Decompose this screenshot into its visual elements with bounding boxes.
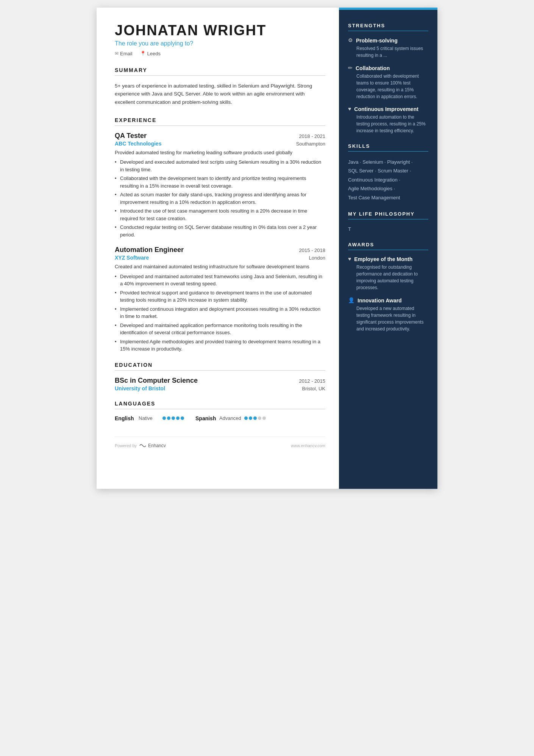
edu-sub: University of Bristol Bristol, UK [115, 385, 325, 391]
bullet-item: Provided technical support and guidance … [115, 289, 325, 304]
job-2-header: Automation Engineer 2015 - 2018 [115, 246, 325, 254]
strength-2: ✏ Collaboration Collaborated with develo… [348, 65, 428, 100]
header-section: JOHNATAN WRIGHT The role you are applyin… [115, 23, 325, 56]
awards-title: AWARDS [348, 242, 428, 247]
summary-section: SUMMARY 5+ years of experience in automa… [115, 67, 325, 106]
job-2-sub: XYZ Software London [115, 255, 325, 261]
strength-2-desc: Collaborated with development teams to e… [348, 73, 428, 100]
enhancv-logo: Enhancv [139, 443, 166, 448]
edu-degree: BSc in Computer Science [115, 377, 198, 385]
footer-url: www.enhancv.com [291, 443, 325, 448]
job-1-bullets: Developed and executed automated test sc… [115, 158, 325, 238]
english-level: Native [139, 415, 159, 421]
dot-5 [262, 416, 266, 420]
job-2-dates: 2015 - 2018 [299, 247, 325, 253]
resume-container: JOHNATAN WRIGHT The role you are applyin… [97, 8, 437, 489]
philosophy-title: MY LIFE PHILOSOPHY [348, 211, 428, 217]
strength-2-header: ✏ Collaboration [348, 65, 428, 71]
edu-location: Bristol, UK [302, 386, 325, 391]
dot-5 [181, 416, 184, 420]
award-1-name: Employee of the Month [354, 256, 412, 262]
awards-divider [348, 250, 428, 250]
education-title: EDUCATION [115, 362, 325, 368]
candidate-role: The role you are applying to? [115, 40, 325, 47]
awards-section: AWARDS ♥ Employee of the Month Recognise… [348, 242, 428, 332]
strengths-section: STRENGTHS ⚙ Problem-solving Resolved 5 c… [348, 23, 428, 134]
strengths-title: STRENGTHS [348, 23, 428, 28]
dot-1 [244, 416, 248, 420]
problem-solving-icon: ⚙ [348, 37, 353, 44]
spanish-name: Spanish [195, 415, 216, 421]
edu-item-1: BSc in Computer Science 2012 - 2015 Univ… [115, 377, 325, 391]
bullet-item: Introduced the use of test case manageme… [115, 207, 325, 222]
job-2: Automation Engineer 2015 - 2018 XYZ Soft… [115, 246, 325, 353]
bullet-item: Developed and executed automated test sc… [115, 158, 325, 173]
languages-section: LANGUAGES English Native Spanish [115, 401, 325, 421]
language-english: English Native [115, 415, 184, 421]
languages-title: LANGUAGES [115, 401, 325, 407]
skills-text: Java · Selenium · Playwright · SQL Serve… [348, 158, 428, 202]
bullet-item: Developed and maintained automated test … [115, 273, 325, 288]
philosophy-divider [348, 219, 428, 219]
award-1-desc: Recognised for outstanding performance a… [348, 264, 428, 291]
job-1-sub: ABC Technologies Southampton [115, 141, 325, 147]
contact-info: ✉ Email 📍 Leeds [115, 51, 325, 56]
languages-row: English Native Spanish Advanced [115, 415, 325, 421]
education-divider [115, 370, 325, 371]
strength-1: ⚙ Problem-solving Resolved 5 critical sy… [348, 37, 428, 59]
strength-3-desc: Introduced automation to the testing pro… [348, 114, 428, 134]
english-name: English [115, 415, 136, 421]
enhancv-icon [139, 443, 147, 448]
strength-2-name: Collaboration [356, 65, 390, 71]
skills-line-4: Agile Methodologies · [348, 184, 428, 193]
edu-dates: 2012 - 2015 [299, 378, 325, 384]
job-1-location: Southampton [296, 141, 325, 147]
experience-divider [115, 125, 325, 126]
email-contact: ✉ Email [115, 51, 133, 56]
strength-1-name: Problem-solving [356, 38, 398, 44]
skills-section: SKILLS Java · Selenium · Playwright · SQ… [348, 143, 428, 202]
strength-3-header: ♥ Continuous Improvement [348, 106, 428, 112]
experience-title: EXPERIENCE [115, 117, 325, 123]
left-column: JOHNATAN WRIGHT The role you are applyin… [97, 8, 339, 489]
powered-by: Powered by Enhancv [115, 443, 166, 448]
innovation-icon: 👤 [348, 297, 354, 304]
job-2-description: Created and maintained automated testing… [115, 263, 325, 271]
job-1-description: Provided automated testing for marketing… [115, 149, 325, 157]
job-1: QA Tester 2018 - 2021 ABC Technologies S… [115, 132, 325, 239]
right-column: STRENGTHS ⚙ Problem-solving Resolved 5 c… [339, 8, 437, 489]
email-icon: ✉ [115, 51, 119, 56]
spanish-level: Advanced [219, 415, 241, 421]
bullet-item: Collaborated with the development team t… [115, 175, 325, 189]
dot-4 [176, 416, 180, 420]
bullet-item: Implemented Agile methodologies and prov… [115, 338, 325, 353]
bullet-item: Conducted regular testing on SQL Server … [115, 224, 325, 238]
job-1-header: QA Tester 2018 - 2021 [115, 132, 325, 140]
strength-1-header: ⚙ Problem-solving [348, 37, 428, 44]
collaboration-icon: ✏ [348, 65, 353, 71]
philosophy-section: MY LIFE PHILOSOPHY T [348, 211, 428, 233]
job-2-location: London [309, 255, 325, 261]
edu-header: BSc in Computer Science 2012 - 2015 [115, 377, 325, 385]
spanish-dots [244, 416, 266, 420]
bullet-item: Developed and maintained application per… [115, 322, 325, 337]
strength-3: ♥ Continuous Improvement Introduced auto… [348, 106, 428, 134]
dot-1 [162, 416, 166, 420]
skills-line-3: Continuous Integration · [348, 175, 428, 184]
dot-2 [167, 416, 170, 420]
award-1-header: ♥ Employee of the Month [348, 256, 428, 262]
bullet-item: Acted as scrum master for daily stand-up… [115, 191, 325, 206]
job-2-company: XYZ Software [115, 255, 149, 261]
job-2-title: Automation Engineer [115, 246, 184, 254]
dot-2 [249, 416, 252, 420]
summary-title: SUMMARY [115, 67, 325, 73]
language-spanish: Spanish Advanced [195, 415, 266, 421]
brand-name: Enhancv [148, 443, 166, 448]
footer: Powered by Enhancv www.enhancv.com [115, 437, 325, 448]
bullet-item: Implemented continuous integration and d… [115, 305, 325, 320]
job-1-company: ABC Technologies [115, 141, 161, 147]
strengths-divider [348, 31, 428, 31]
skills-title: SKILLS [348, 143, 428, 149]
summary-text: 5+ years of experience in automated test… [115, 82, 325, 106]
experience-section: EXPERIENCE QA Tester 2018 - 2021 ABC Tec… [115, 117, 325, 353]
